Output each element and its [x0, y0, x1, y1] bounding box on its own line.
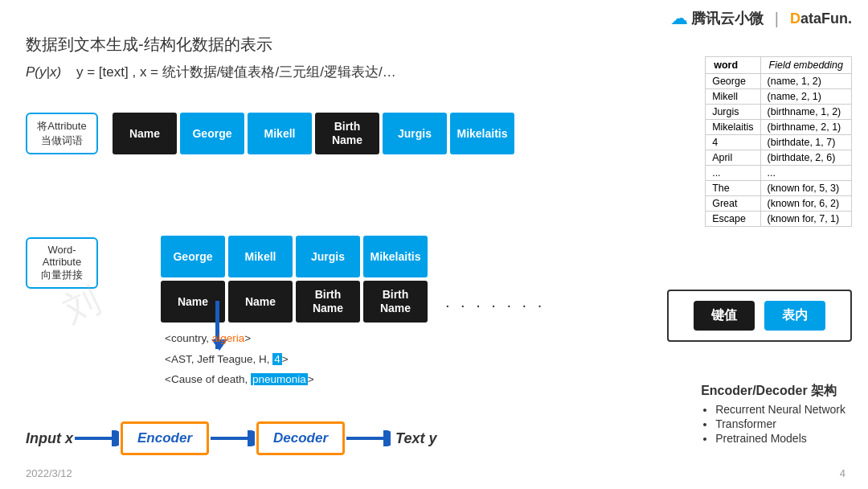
table-row: George(name, 1, 2) — [706, 74, 852, 89]
kv-box: 键值 表内 — [667, 290, 852, 342]
table-row: ...... — [706, 166, 852, 181]
example-3-value: pneumonia — [251, 373, 308, 385]
ellipsis: · · · · · · · — [445, 296, 545, 314]
decoder-box[interactable]: Decoder — [256, 421, 345, 455]
formula: P(y|x) y = [text] , x = 统计数据/键值表格/三元组/逻辑… — [26, 63, 396, 81]
table-row: The(known for, 5, 3) — [706, 181, 852, 196]
token-mikell: Mikell — [248, 113, 312, 154]
example-2: <AST, Jeff Teague, H, 4> — [165, 349, 314, 370]
word-mikelaitis: Mikelaitis — [363, 236, 428, 277]
table-row: Mikelaitis(birthname, 2, 1) — [706, 120, 852, 135]
attr-row: Name Name BirthName BirthName — [161, 281, 428, 323]
table-row: Mikell(name, 2, 1) — [706, 89, 852, 105]
enc-dec-title: Encoder/Decoder 架构 — [701, 383, 845, 400]
word-george: George — [161, 236, 225, 277]
formula-p: P(y|x) — [26, 64, 61, 80]
header: ☁ 腾讯云小微 | DataFun. — [670, 8, 852, 29]
kv-button-left[interactable]: 键值 — [694, 301, 755, 331]
embedding-table: word Field embedding George(name, 1, 2)M… — [705, 56, 852, 227]
output-label: Text y — [395, 430, 436, 447]
kv-button-right[interactable]: 表内 — [764, 301, 825, 331]
example-1: <country, algeria> — [165, 328, 314, 349]
token-birthname: BirthName — [315, 113, 379, 154]
flow-row: Input x Encoder Decoder Text y — [26, 421, 436, 455]
enc-dec-item-2: Transformer — [715, 417, 845, 430]
token-mikelaitis: Mikelaitis — [450, 113, 514, 154]
input-label: Input x — [26, 430, 73, 447]
token-row-1: Name George Mikell BirthName Jurgis Mike… — [113, 113, 514, 154]
encoder-box[interactable]: Encoder — [121, 421, 209, 455]
data-examples: <country, algeria> <AST, Jeff Teague, H,… — [165, 328, 314, 390]
example-2-value: 4 — [272, 353, 282, 365]
flow-arrow-3 — [346, 430, 391, 446]
enc-dec-list: Recurrent Neural Network Transformer Pre… — [701, 403, 845, 445]
table-row: Jurgis(birthname, 1, 2) — [706, 105, 852, 120]
table-row: Escape(known for, 7, 1) — [706, 212, 852, 227]
enc-dec-item-3: Pretrained Models — [715, 432, 845, 445]
page-title: 数据到文本生成-结构化数据的表示 — [26, 34, 272, 55]
word-mikell: Mikell — [228, 236, 293, 277]
brand-name: 腾讯云小微 — [691, 9, 764, 28]
enc-dec-description: Encoder/Decoder 架构 Recurrent Neural Netw… — [701, 383, 845, 446]
table-row: Great(known for, 6, 2) — [706, 196, 852, 212]
word-row: George Mikell Jurgis Mikelaitis — [161, 236, 428, 277]
table-header-word: word — [706, 57, 760, 74]
token-jurgis: Jurgis — [383, 113, 447, 154]
word-jurgis: Jurgis — [296, 236, 360, 277]
flow-arrow-1 — [75, 430, 119, 446]
divider: | — [775, 10, 779, 28]
page-number: 4 — [840, 467, 845, 479]
attr-name2: Name — [228, 281, 293, 323]
example-1-value: algeria — [212, 332, 245, 344]
table-header-embedding: Field embedding — [760, 57, 851, 74]
tencent-logo: ☁ 腾讯云小微 — [670, 8, 764, 29]
formula-content: y = [text] , x = 统计数据/键值表格/三元组/逻辑表达/… — [76, 64, 396, 80]
cloud-icon: ☁ — [670, 8, 688, 29]
flow-arrow-2 — [211, 430, 255, 446]
table-row: 4(birthdate, 1, 7) — [706, 135, 852, 150]
table-row: April(birthdate, 2, 6) — [706, 150, 852, 166]
attr-birthname1: BirthName — [296, 281, 360, 323]
token-george: George — [180, 113, 244, 154]
date: 2022/3/12 — [26, 467, 72, 479]
label-word-attribute: Word- Attribute 向量拼接 — [26, 237, 98, 289]
label-attribute-token: 将Attribute 当做词语 — [26, 113, 98, 154]
datafun-logo: DataFun. — [790, 10, 852, 27]
example-3: <Cause of death, pneumonia> — [165, 369, 314, 390]
enc-dec-item-1: Recurrent Neural Network — [715, 403, 845, 416]
attr-birthname2: BirthName — [363, 281, 428, 323]
token-name: Name — [113, 113, 177, 154]
